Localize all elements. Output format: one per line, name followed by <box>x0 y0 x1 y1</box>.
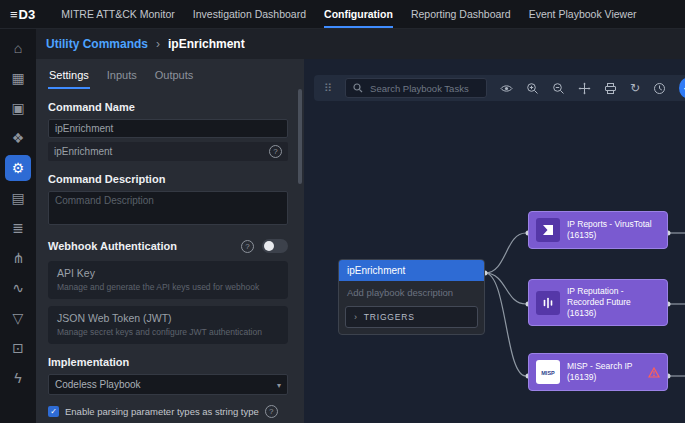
tab-inputs[interactable]: Inputs <box>106 65 138 89</box>
network-icon: ⋔ <box>12 250 24 266</box>
tab-settings[interactable]: Settings <box>48 65 90 89</box>
pan-button[interactable] <box>578 82 591 95</box>
task-id: (16139) <box>567 372 633 383</box>
logo-bars-icon <box>10 7 18 22</box>
sidebar-item-schedule[interactable]: ▤ <box>5 185 31 211</box>
panel-scrollbar[interactable] <box>298 89 302 184</box>
toggle-knob <box>264 241 274 251</box>
sidebar-item-integrations[interactable]: ❖ <box>5 125 31 151</box>
chevron-right-icon: › <box>156 37 160 51</box>
playbook-root-node[interactable]: ipEnrichment Add playbook description TR… <box>338 259 485 335</box>
root-node-description[interactable]: Add playbook description <box>339 281 484 300</box>
command-name-label: Command Name <box>48 101 288 113</box>
jwt-title: JSON Web Token (JWT) <box>57 312 279 324</box>
breadcrumb-current: ipEnrichment <box>168 37 245 51</box>
warning-icon[interactable] <box>648 367 660 378</box>
lightning-icon: ϟ <box>14 370 21 386</box>
sidebar-item-broadcast[interactable]: ∿ <box>5 275 31 301</box>
refresh-button[interactable] <box>630 82 640 94</box>
app-window: D3 MITRE ATT&CK Monitor Investigation Da… <box>0 0 685 423</box>
visibility-button[interactable] <box>500 82 513 95</box>
task-node-misp[interactable]: MISP MISP - Search IP (16139) <box>528 353 668 391</box>
logo-text: D3 <box>19 7 36 22</box>
help-icon[interactable] <box>269 145 282 158</box>
funnel-icon: ▽ <box>13 310 24 326</box>
task-node-recorded-future[interactable]: IP Reputation - Recorded Future (16136) <box>528 279 668 326</box>
print-button[interactable] <box>604 82 617 95</box>
implementation-value: Codeless Playbook <box>55 379 141 390</box>
sidebar-item-utility-commands[interactable]: ⚙ <box>5 155 31 181</box>
puzzle-icon: ❖ <box>12 130 25 146</box>
search-icon <box>353 83 363 93</box>
nav-item-investigation-dashboard[interactable]: Investigation Dashboard <box>193 0 306 28</box>
playbook-search[interactable] <box>345 78 487 98</box>
help-icon[interactable] <box>241 240 254 253</box>
settings-tabs: Settings Inputs Outputs <box>48 63 288 89</box>
top-nav: D3 MITRE ATT&CK Monitor Investigation Da… <box>0 0 685 29</box>
command-description-label: Command Description <box>48 173 288 185</box>
misp-icon: MISP <box>536 360 560 384</box>
virustotal-icon <box>536 218 560 242</box>
d3-logo[interactable]: D3 <box>10 7 35 22</box>
calendar2-icon: ▤ <box>11 190 24 206</box>
home-icon: ⌂ <box>14 40 22 56</box>
implementation-label: Implementation <box>48 356 288 368</box>
recorded-future-icon <box>536 291 560 315</box>
task-node-virustotal[interactable]: IP Reports - VirusTotal (16135) <box>528 211 668 249</box>
jwt-subtitle: Manage secret keys and configure JWT aut… <box>57 327 279 338</box>
triggers-section[interactable]: TRIGGERS <box>345 306 478 328</box>
webhook-auth-toggle[interactable] <box>262 239 288 253</box>
task-title: IP Reports - VirusTotal <box>567 219 652 230</box>
display-name-row[interactable]: ipEnrichment <box>48 142 288 161</box>
assistant-button[interactable] <box>679 78 685 98</box>
task-title: MISP - Search IP <box>567 361 633 372</box>
breadcrumb-parent[interactable]: Utility Commands <box>46 37 148 51</box>
export-box-icon: ⊡ <box>12 340 24 356</box>
help-icon[interactable] <box>265 405 278 418</box>
sidebar-item-incidents[interactable]: ▦ <box>5 65 31 91</box>
history-button[interactable] <box>653 82 666 95</box>
parsing-checkbox[interactable] <box>48 406 59 417</box>
root-node-title: ipEnrichment <box>339 260 484 281</box>
implementation-select[interactable]: Codeless Playbook <box>48 374 288 395</box>
sidebar-item-connections[interactable]: ⋔ <box>5 245 31 271</box>
tab-outputs[interactable]: Outputs <box>154 65 195 89</box>
command-name-input[interactable] <box>48 119 288 138</box>
sidebar-item-export[interactable]: ⊡ <box>5 335 31 361</box>
wrench-icon: ⚙ <box>12 160 25 176</box>
sidebar: ⌂ ▦ ▣ ❖ ⚙ ▤ ≣ ⋔ ∿ ▽ ⊡ ϟ <box>0 29 36 423</box>
drag-handle-icon[interactable] <box>324 82 332 95</box>
task-id: (16136) <box>567 308 660 319</box>
sidebar-item-data[interactable]: ≣ <box>5 215 31 241</box>
zoom-in-button[interactable] <box>526 82 539 95</box>
playbook-canvas[interactable]: ipEnrichment Add playbook description TR… <box>304 59 685 423</box>
sidebar-item-filter[interactable]: ▽ <box>5 305 31 331</box>
nav-item-reporting-dashboard[interactable]: Reporting Dashboard <box>411 0 511 28</box>
sidebar-item-monitor[interactable]: ▣ <box>5 95 31 121</box>
triggers-label: TRIGGERS <box>364 312 415 322</box>
settings-panel: Settings Inputs Outputs Command Name ipE… <box>36 59 304 423</box>
calendar-icon: ▦ <box>11 70 24 86</box>
main-column: Utility Commands › ipEnrichment Settings… <box>36 29 685 423</box>
canvas-toolbar <box>314 75 685 101</box>
api-key-subtitle: Manage and generate the API keys used fo… <box>57 282 279 293</box>
task-id: (16135) <box>567 230 652 241</box>
command-description-input[interactable] <box>48 191 288 225</box>
webhook-auth-label: Webhook Authentication <box>48 240 177 252</box>
signal-icon: ∿ <box>12 280 24 296</box>
display-name-value: ipEnrichment <box>54 146 112 157</box>
body-row: ⌂ ▦ ▣ ❖ ⚙ ▤ ≣ ⋔ ∿ ▽ ⊡ ϟ Utility Commands… <box>0 29 685 423</box>
playbook-search-input[interactable] <box>368 82 479 95</box>
monitor-icon: ▣ <box>11 100 24 116</box>
jwt-card[interactable]: JSON Web Token (JWT) Manage secret keys … <box>48 306 288 344</box>
svg-text:MISP: MISP <box>541 370 555 376</box>
nav-item-mitre-attck-monitor[interactable]: MITRE ATT&CK Monitor <box>61 0 175 28</box>
api-key-card[interactable]: API Key Manage and generate the API keys… <box>48 261 288 299</box>
nav-item-event-playbook-viewer[interactable]: Event Playbook Viewer <box>529 0 637 28</box>
breadcrumb: Utility Commands › ipEnrichment <box>36 29 685 59</box>
parsing-checkbox-label: Enable parsing parameter types as string… <box>65 406 259 417</box>
sidebar-item-home[interactable]: ⌂ <box>5 35 31 61</box>
sidebar-item-automation[interactable]: ϟ <box>5 365 31 391</box>
zoom-out-button[interactable] <box>552 82 565 95</box>
nav-item-configuration[interactable]: Configuration <box>324 0 393 28</box>
